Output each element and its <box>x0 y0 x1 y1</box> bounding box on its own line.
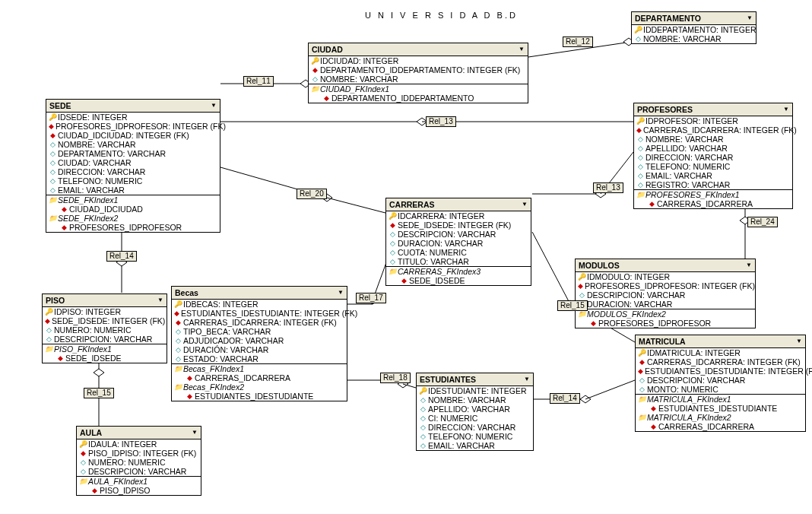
diamond-icon: ◆ <box>648 199 655 208</box>
key-icon: 🔑 <box>49 113 56 122</box>
field: IDCARRERA: INTEGER <box>398 211 484 221</box>
collapse-icon[interactable]: ▼ <box>338 288 344 297</box>
diamond-icon: ◇ <box>49 186 56 195</box>
collapse-icon[interactable]: ▼ <box>747 14 753 23</box>
field: DURACION: VARCHAR <box>398 239 483 248</box>
collapse-icon[interactable]: ▼ <box>192 428 198 437</box>
folder-icon: 📁 <box>636 190 644 199</box>
rel-label-15a[interactable]: Rel_15 <box>84 388 114 398</box>
entity-header[interactable]: ESTUDIANTES▼ <box>417 373 533 386</box>
diamond-icon: ◆ <box>49 122 54 131</box>
collapse-icon[interactable]: ▼ <box>524 375 530 384</box>
field: DURACION: VARCHAR <box>587 300 672 309</box>
field: REGISTRO: VARCHAR <box>645 180 730 189</box>
rel-label-12[interactable]: Rel_12 <box>563 36 593 47</box>
entity-header[interactable]: MATRICULA▼ <box>636 335 805 348</box>
diamond-icon: ◇ <box>419 405 427 414</box>
rel-label-15b[interactable]: Rel_15 <box>557 300 588 311</box>
index-field: CIUDAD_IDCIUDAD <box>69 205 143 214</box>
rel-label-13b[interactable]: Rel_13 <box>593 182 623 193</box>
diamond-icon: ◇ <box>636 135 644 144</box>
diamond-icon: ◆ <box>400 276 408 285</box>
collapse-icon[interactable]: ▼ <box>211 101 217 110</box>
entity-header[interactable]: Becas▼ <box>172 287 347 300</box>
folder-icon: 📁 <box>311 84 319 94</box>
field: DESCRIPCION: VARCHAR <box>647 376 745 385</box>
key-icon: 🔑 <box>638 348 645 357</box>
entity-becas[interactable]: Becas▼ 🔑IDBECAS: INTEGER ◆ESTUDIANTES_ID… <box>171 286 347 401</box>
index: PISO_FKIndex1 <box>54 344 112 354</box>
collapse-icon[interactable]: ▼ <box>157 296 163 305</box>
index-field: PROFESORES_IDPROFESOR <box>69 223 182 232</box>
entity-header[interactable]: PISO▼ <box>43 294 167 307</box>
rel-label-14b[interactable]: Rel_14 <box>550 393 580 404</box>
index: MODULOS_FKIndex2 <box>587 309 666 319</box>
diamond-icon: ◇ <box>636 162 644 171</box>
field: SEDE_IDSEDE: INTEGER (FK) <box>398 221 511 230</box>
index: SEDE_FKIndex2 <box>58 214 118 223</box>
diamond-icon: ◇ <box>634 34 642 43</box>
field: DIRECCION: VARCHAR <box>645 153 733 162</box>
entity-header[interactable]: PROFESORES▼ <box>634 103 792 116</box>
entity-header[interactable]: DEPARTAMENTO▼ <box>632 12 756 25</box>
diamond-icon: ◆ <box>638 357 645 366</box>
index: SEDE_FKIndex1 <box>58 195 118 205</box>
entity-header[interactable]: SEDE▼ <box>46 100 220 113</box>
entity-profesores[interactable]: PROFESORES▼ 🔑IDPROFESOR: INTEGER ◆CARRER… <box>633 103 793 209</box>
field: MONTO: NUMERIC <box>647 385 718 394</box>
entity-matricula[interactable]: MATRICULA▼ 🔑IDMATRICULA: INTEGER ◆CARRER… <box>635 335 806 432</box>
field: APELLIDO: VARCHAR <box>645 144 728 153</box>
index-field: PISO_IDPISO <box>100 486 151 495</box>
rel-label-20[interactable]: Rel_20 <box>297 189 327 199</box>
index-field: SEDE_IDSEDE <box>409 276 465 285</box>
rel-label-24[interactable]: Rel_24 <box>747 217 778 227</box>
key-icon: 🔑 <box>636 116 644 125</box>
diamond-icon: ◆ <box>589 319 597 328</box>
index-field: SEDE_IDSEDE <box>65 354 122 363</box>
folder-icon: 📁 <box>174 382 182 392</box>
entity-header[interactable]: AULA▼ <box>77 427 201 439</box>
svg-line-25 <box>532 232 570 304</box>
diamond-icon: ◇ <box>79 458 87 467</box>
collapse-icon[interactable]: ▼ <box>796 337 802 346</box>
diamond-icon: ◆ <box>389 221 396 230</box>
diamond-icon: ◇ <box>638 385 645 394</box>
entity-header[interactable]: MODULOS▼ <box>576 259 755 272</box>
rel-label-13a[interactable]: Rel_13 <box>426 116 456 127</box>
index: Becas_FKIndex2 <box>183 382 244 392</box>
field: DEPARTAMENTO_IDDEPARTAMENTO: INTEGER (FK… <box>320 65 520 75</box>
collapse-icon[interactable]: ▼ <box>522 200 528 209</box>
entity-departamento[interactable]: DEPARTAMENTO▼ 🔑IDDEPARTAMENTO: INTEGER ◇… <box>631 11 756 44</box>
rel-label-14a[interactable]: Rel_14 <box>106 251 137 262</box>
entity-header[interactable]: CIUDAD▼ <box>309 43 528 56</box>
field: EMAIL: VARCHAR <box>428 441 495 450</box>
collapse-icon[interactable]: ▼ <box>746 261 752 270</box>
entity-carreras[interactable]: CARRERAS▼ 🔑IDCARRERA: INTEGER ◆SEDE_IDSE… <box>385 198 531 286</box>
field: CARRERAS_IDCARRERA: INTEGER (FK) <box>647 357 801 366</box>
entity-header[interactable]: CARRERAS▼ <box>386 198 531 211</box>
entity-aula[interactable]: AULA▼ 🔑IDAULA: INTEGER ◆PISO_IDPISO: INT… <box>76 426 201 496</box>
diamond-icon: ◇ <box>419 395 427 405</box>
field: CI: NUMERIC <box>428 414 477 423</box>
diamond-icon: ◆ <box>649 404 657 413</box>
collapse-icon[interactable]: ▼ <box>519 45 525 54</box>
field: IDDEPARTAMENTO: INTEGER <box>643 25 756 34</box>
collapse-icon[interactable]: ▼ <box>783 105 789 114</box>
entity-sede[interactable]: SEDE▼ 🔑IDSEDE: INTEGER ◆PROFESORES_IDPRO… <box>46 99 220 233</box>
diamond-icon: ◇ <box>578 290 585 300</box>
entity-ciudad[interactable]: CIUDAD▼ 🔑IDCIUDAD: INTEGER ◆DEPARTAMENTO… <box>308 43 528 103</box>
rel-label-18[interactable]: Rel_18 <box>380 373 411 383</box>
field: NOMBRE: VARCHAR <box>645 135 723 144</box>
key-icon: 🔑 <box>79 439 87 449</box>
diamond-icon: ◆ <box>60 205 68 214</box>
entity-estudiantes[interactable]: ESTUDIANTES▼ 🔑IDESTUDIANTE: INTEGER ◇NOM… <box>416 373 534 451</box>
entity-modulos[interactable]: MODULOS▼ 🔑IDMODULO: INTEGER ◆PROFESORES_… <box>575 259 756 328</box>
field: TITULO: VARCHAR <box>398 257 469 266</box>
diamond-icon: ◇ <box>638 376 645 385</box>
rel-label-11[interactable]: Rel_11 <box>243 76 274 87</box>
rel-label-17[interactable]: Rel_17 <box>356 293 386 303</box>
entity-piso[interactable]: PISO▼ 🔑IDPISO: INTEGER ◆SEDE_IDSEDE: INT… <box>42 293 167 363</box>
field: NOMBRE: VARCHAR <box>428 395 506 405</box>
field: IDMATRICULA: INTEGER <box>647 348 741 357</box>
index-field: ESTUDIANTES_IDESTUDIANTE <box>658 404 777 413</box>
